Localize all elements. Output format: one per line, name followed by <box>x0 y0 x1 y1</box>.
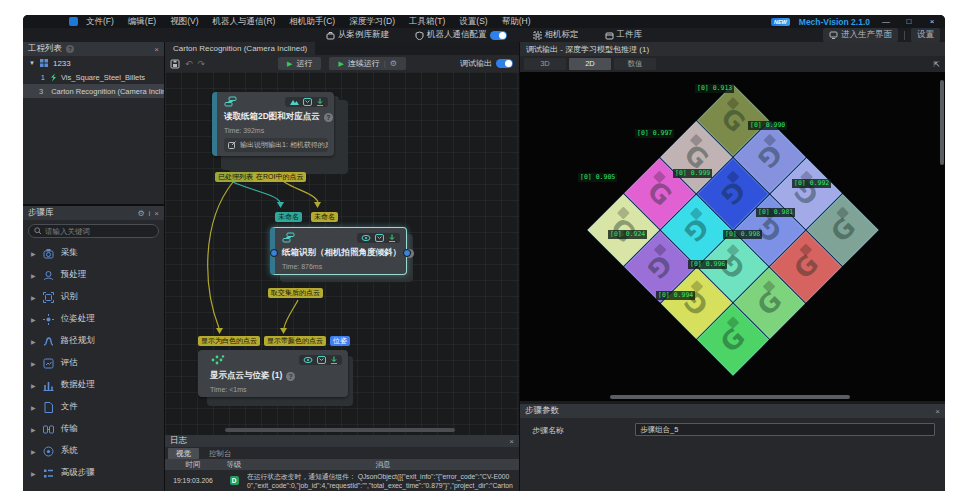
tab-values[interactable]: 数值 <box>614 58 656 70</box>
caret-right-icon[interactable]: ▶ <box>31 316 36 323</box>
tab-3d[interactable]: 3D <box>524 58 566 70</box>
step-category-label: 采集 <box>61 247 78 259</box>
input-port-label[interactable]: 位姿 <box>330 336 350 346</box>
redo-icon[interactable]: ↷ <box>198 59 206 69</box>
input-port-label[interactable]: 未命名 <box>275 212 302 222</box>
log-row[interactable]: 19:19:03.206 D 在运行状态改变时，通知通信组件： QJsonObj… <box>165 470 519 491</box>
visualize-icon[interactable] <box>289 98 299 106</box>
caret-right-icon[interactable]: ▶ <box>31 404 36 411</box>
menu-item[interactable]: 工具箱(T) <box>409 16 445 28</box>
gear-icon[interactable]: ⚙ <box>137 209 144 218</box>
output-port-label[interactable]: 在ROI中的点云 <box>253 172 306 182</box>
menu-item[interactable]: 视图(V) <box>170 16 198 28</box>
caret-right-icon[interactable]: ▶ <box>31 294 36 301</box>
run-continuous-button[interactable]: ▶ 连续运行 | ⚙ <box>329 57 406 70</box>
viewport-horizontal-scrollbar[interactable] <box>610 395 850 399</box>
debug-output-label: 调试输出 <box>460 58 492 69</box>
output-arrow-icon[interactable] <box>388 234 396 242</box>
step-category-1[interactable]: ▶采集 <box>23 242 164 264</box>
close-button[interactable]: × <box>925 17 939 26</box>
menu-item[interactable]: 设置(S) <box>459 16 487 28</box>
project-group-row[interactable]: ▼ 1233 <box>23 56 164 70</box>
save-icon[interactable] <box>170 59 180 69</box>
node-read-images[interactable]: 读取纸箱2D图和对应点云? Time: 392ms 输出说明输出1: 相机获得的… <box>212 92 334 156</box>
caret-right-icon[interactable]: ▶ <box>31 250 36 257</box>
log-tab-console[interactable]: 控制台 <box>201 448 240 459</box>
caret-right-icon[interactable]: ▶ <box>31 426 36 433</box>
step-category-6[interactable]: ▶评估 <box>23 352 164 374</box>
output-arrow-icon[interactable] <box>316 98 324 106</box>
caret-right-icon[interactable]: ▶ <box>31 382 36 389</box>
step-category-9[interactable]: ▶传输 <box>23 418 164 440</box>
log-close-icon[interactable]: × <box>509 437 514 446</box>
step-panel-close-icon[interactable]: × <box>154 209 159 218</box>
menu-item[interactable]: 相机助手(C) <box>289 16 335 28</box>
step-category-10[interactable]: ▶系统 <box>23 440 164 462</box>
canvas-horizontal-scrollbar[interactable] <box>225 428 455 432</box>
collapse-icon[interactable] <box>303 98 312 106</box>
viewport-vertical-scrollbar[interactable] <box>940 80 944 165</box>
step-category-2[interactable]: ▶预处理 <box>23 264 164 286</box>
collapse-icon[interactable] <box>317 356 326 364</box>
help-icon[interactable]: ? <box>66 45 74 53</box>
step-category-11[interactable]: ▶高级步骤 <box>23 462 164 484</box>
graph-canvas[interactable]: 读取纸箱2D图和对应点云? Time: 392ms 输出说明输出1: 相机获得的… <box>165 72 519 435</box>
input-port-label[interactable]: 显示为白色的点云 <box>198 336 260 346</box>
node-help-icon[interactable]: ? <box>324 113 333 122</box>
caret-right-icon[interactable]: ▶ <box>31 338 36 345</box>
output-port-label[interactable]: 已处理列表 <box>215 172 256 182</box>
output-port-label[interactable]: 取交集后的点云 <box>268 288 323 298</box>
step-parameters-close-icon[interactable]: × <box>935 407 940 416</box>
caret-right-icon[interactable]: ▶ <box>31 448 36 455</box>
debug-output-toggle[interactable] <box>496 59 513 68</box>
node-help-icon[interactable]: ? <box>286 372 295 381</box>
output-arrow-icon[interactable] <box>330 356 338 364</box>
collapse-icon[interactable] <box>375 234 384 242</box>
workpiece-library-button[interactable]: 工件库 <box>605 29 643 41</box>
output-port[interactable] <box>403 249 411 257</box>
settings-button[interactable]: 设置 <box>911 28 940 42</box>
input-port-label[interactable]: 显示带颜色的点云 <box>264 336 326 346</box>
new-from-case-button[interactable]: 从案例库新建 <box>326 29 389 41</box>
caret-right-icon[interactable]: ▶ <box>31 360 36 367</box>
log-tab-vision[interactable]: 视觉 <box>168 448 199 459</box>
caret-right-icon[interactable]: ▶ <box>31 470 36 477</box>
project-item[interactable]: 1Vis_Square_Steel_Billets <box>23 70 164 84</box>
caret-down-icon[interactable]: ▼ <box>29 60 35 66</box>
step-category-3[interactable]: ▶识别 <box>23 286 164 308</box>
node-show-pointcloud[interactable]: 显示点云与位姿 (1)? Time: <1ms <box>198 350 348 397</box>
open-in-window-icon[interactable]: ⇱ <box>933 60 940 69</box>
undo-icon[interactable]: ↶ <box>185 59 193 69</box>
eye-icon[interactable] <box>303 356 313 364</box>
enter-production-button[interactable]: 进入生产界面 <box>823 28 898 42</box>
caret-right-icon[interactable]: ▶ <box>31 272 36 279</box>
inference-image-viewport[interactable]: GGGGGGGGGGGGGGGG [0] 0.913[0] 0.990[0] 0… <box>520 72 945 401</box>
step-category-4[interactable]: ▶位姿处理 <box>23 308 164 330</box>
maximize-button[interactable]: □ <box>902 17 916 26</box>
canvas-tab[interactable]: Carton Recognition (Camera Inclined) <box>165 42 315 55</box>
menu-item[interactable]: 文件(F) <box>86 16 114 28</box>
project-item[interactable]: 3Carton Recognition (Camera Inclined) <box>23 84 164 98</box>
tab-2d[interactable]: 2D <box>569 58 611 70</box>
camera-calibration-button[interactable]: 相机标定 <box>533 29 579 41</box>
info-icon[interactable]: i <box>149 209 151 218</box>
step-name-input[interactable] <box>635 423 935 436</box>
step-category-7[interactable]: ▶数据处理 <box>23 374 164 396</box>
robot-comm-toggle[interactable] <box>490 31 507 40</box>
node-carton-recognition[interactable]: 纸箱识别（相机拍照角度倾斜）? Time: 876ms <box>270 227 407 275</box>
input-port-label[interactable]: 未命名 <box>311 212 338 222</box>
menu-item[interactable]: 编辑(E) <box>128 16 156 28</box>
step-category-5[interactable]: ▶路径规划 <box>23 330 164 352</box>
robot-comm-config-button[interactable]: 机器人通信配置 <box>415 29 507 41</box>
project-panel-close-icon[interactable]: × <box>154 45 159 54</box>
step-category-8[interactable]: ▶文件 <box>23 396 164 418</box>
menu-item[interactable]: 深度学习(D) <box>349 16 395 28</box>
menu-item[interactable]: 机器人与通信(R) <box>213 16 276 28</box>
minimize-button[interactable]: — <box>879 17 893 26</box>
eye-icon[interactable] <box>361 234 371 242</box>
input-port[interactable] <box>270 249 278 257</box>
run-button[interactable]: ▶ 运行 <box>278 57 321 70</box>
run-settings-gear-icon[interactable]: ⚙ <box>390 59 397 68</box>
step-search-input[interactable] <box>45 227 153 236</box>
menu-item[interactable]: 帮助(H) <box>502 16 531 28</box>
